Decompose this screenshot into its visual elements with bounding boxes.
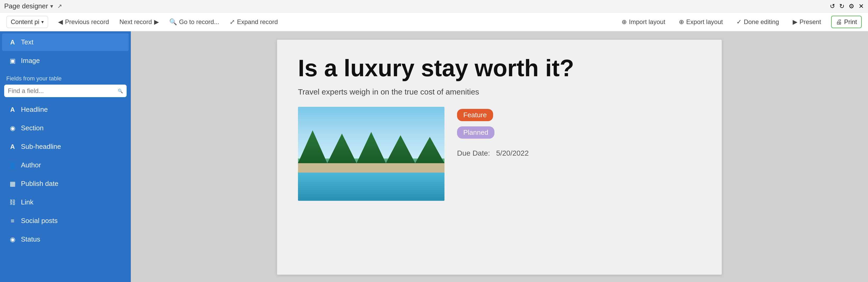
sidebar-item-link-label: Link: [21, 198, 33, 206]
next-record-icon: ▶: [154, 18, 159, 26]
sidebar-item-status[interactable]: ◉ Status: [2, 231, 129, 248]
settings-icon[interactable]: ⚙: [849, 3, 855, 10]
status-icon: ◉: [8, 236, 17, 243]
export-icon: ⊕: [679, 18, 684, 26]
article-headline: Is a luxury stay worth it?: [298, 55, 701, 81]
play-icon: ▶: [793, 18, 797, 26]
social-posts-icon: ≡: [8, 217, 17, 224]
section-icon: ◉: [8, 125, 17, 132]
toolbar-right: ⊕ Import layout ⊕ Export layout ✓ Done e…: [618, 16, 862, 28]
next-record-button[interactable]: Next record ▶: [115, 16, 163, 28]
feature-badge: Feature: [457, 109, 493, 121]
publish-date-icon: ▦: [8, 180, 17, 187]
page-card: Is a luxury stay worth it? Travel expert…: [277, 40, 722, 275]
present-button[interactable]: ▶ Present: [789, 16, 825, 28]
undo-icon[interactable]: ↺: [830, 3, 835, 10]
sidebar-item-sub-headline[interactable]: A Sub-headline: [2, 138, 129, 155]
fields-section-label: Fields from your table: [0, 70, 131, 84]
sidebar-item-publish-date[interactable]: ▦ Publish date: [2, 175, 129, 192]
app-title: Page designer: [4, 2, 48, 10]
import-icon: ⊕: [622, 18, 627, 26]
import-layout-button[interactable]: ⊕ Import layout: [618, 16, 669, 28]
article-image: [298, 107, 444, 201]
title-bar-left: Page designer ▾ ↗: [4, 2, 62, 10]
main-content: A Text ▣ Image Fields from your table 🔍 …: [0, 31, 868, 282]
dropdown-icon[interactable]: ▾: [50, 3, 53, 10]
sidebar-item-link[interactable]: ⛓ Link: [2, 193, 129, 211]
sidebar-item-text[interactable]: A Text: [2, 33, 129, 51]
redo-icon[interactable]: ↻: [839, 3, 844, 10]
title-bar: Page designer ▾ ↗ ↺ ↻ ⚙ ✕: [0, 0, 868, 12]
due-date-label: Due Date:: [457, 149, 490, 157]
sidebar-item-image-label: Image: [21, 57, 40, 65]
sidebar-item-headline-label: Headline: [21, 105, 48, 114]
export-layout-button[interactable]: ⊕ Export layout: [675, 16, 726, 28]
sidebar-item-status-label: Status: [21, 235, 40, 243]
expand-record-button[interactable]: ⤢ Expand record: [225, 16, 282, 28]
sidebar-item-author-label: Author: [21, 161, 41, 169]
field-search-input[interactable]: [8, 87, 115, 95]
external-link-icon[interactable]: ↗: [57, 3, 62, 10]
checkmark-icon: ✓: [736, 18, 742, 26]
sidebar-item-headline[interactable]: A Headline: [2, 101, 129, 118]
planned-badge: Planned: [457, 127, 494, 139]
sidebar-item-image[interactable]: ▣ Image: [2, 52, 129, 69]
link-icon: ⛓: [8, 199, 17, 206]
author-icon: 👤: [8, 162, 17, 169]
sidebar-item-text-label: Text: [21, 38, 33, 46]
canvas-area: Is a luxury stay worth it? Travel expert…: [131, 31, 868, 282]
search-icon: 🔍: [118, 89, 123, 94]
sidebar-item-social-posts[interactable]: ≡ Social posts: [2, 212, 129, 230]
chevron-down-icon: ▾: [41, 19, 44, 25]
prev-record-icon: ◀: [58, 18, 63, 26]
sidebar-item-publish-date-label: Publish date: [21, 180, 58, 188]
content-pill-dropdown[interactable]: Content pi ▾: [6, 16, 48, 28]
toolbar: Content pi ▾ ◀ Previous record Next reco…: [0, 12, 868, 31]
image-icon: ▣: [8, 57, 17, 65]
go-to-record-button[interactable]: 🔍 Go to record...: [164, 16, 224, 28]
toolbar-left: Content pi ▾ ◀ Previous record Next reco…: [6, 16, 618, 28]
text-icon: A: [8, 39, 17, 46]
sub-headline-icon: A: [8, 143, 17, 150]
sidebar: A Text ▣ Image Fields from your table 🔍 …: [0, 31, 131, 282]
field-search-container[interactable]: 🔍: [4, 84, 127, 97]
expand-icon: ⤢: [230, 18, 235, 26]
article-subheadline: Travel experts weigh in on the true cost…: [298, 87, 701, 96]
sidebar-item-section-label: Section: [21, 124, 44, 132]
sidebar-item-author[interactable]: 👤 Author: [2, 156, 129, 174]
close-icon[interactable]: ✕: [859, 3, 864, 10]
article-meta: Feature Planned Due Date: 5/20/2022: [457, 107, 529, 157]
content-pill-label: Content pi: [11, 18, 39, 26]
search-icon: 🔍: [169, 18, 177, 26]
title-bar-right: ↺ ↻ ⚙ ✕: [830, 3, 864, 10]
sidebar-item-section[interactable]: ◉ Section: [2, 119, 129, 137]
done-editing-button[interactable]: ✓ Done editing: [733, 16, 783, 28]
sidebar-item-social-posts-label: Social posts: [21, 217, 58, 225]
due-date-value: 5/20/2022: [496, 149, 529, 157]
article-body: Feature Planned Due Date: 5/20/2022: [298, 107, 701, 201]
print-button[interactable]: 🖨 Print: [831, 16, 862, 28]
prev-record-button[interactable]: ◀ Previous record: [53, 16, 114, 28]
print-icon: 🖨: [836, 18, 842, 26]
due-date: Due Date: 5/20/2022: [457, 149, 529, 157]
sidebar-item-sub-headline-label: Sub-headline: [21, 143, 61, 151]
headline-icon: A: [8, 106, 17, 113]
